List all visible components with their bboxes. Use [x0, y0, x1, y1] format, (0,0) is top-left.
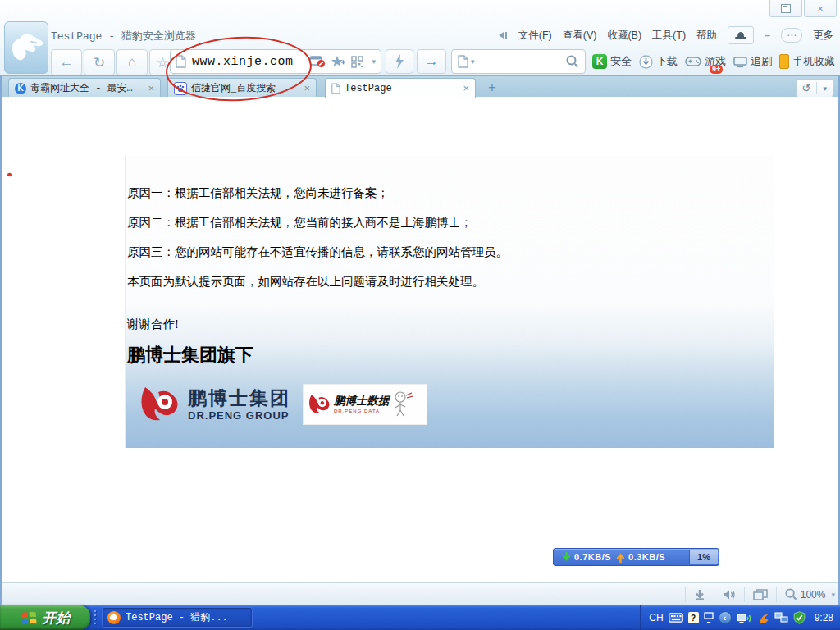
chevron-down-icon[interactable]: ▾: [471, 57, 475, 66]
speed-percent: 1%: [689, 550, 718, 564]
tab-baidu-search[interactable]: 信捷官网_百度搜索 ×: [167, 78, 317, 98]
tab-bar: K 毒霸网址大全 - 最安… × 信捷官网_百度搜索 × TestPage × …: [0, 75, 840, 97]
group-heading: 鹏博士集团旗下: [127, 343, 253, 368]
logo-group-cn: 鹏博士集团: [188, 389, 290, 408]
up-speed-icon: [616, 552, 625, 563]
home-button[interactable]: ⌂: [116, 49, 148, 75]
display-tray-icon[interactable]: [704, 612, 714, 623]
zoom-control[interactable]: 100% ▾: [785, 588, 835, 600]
liebao-browser-logo[interactable]: [4, 21, 48, 74]
taskbar-app-testpage[interactable]: TestPage - 猎豹...: [102, 607, 253, 628]
language-indicator[interactable]: CH: [649, 612, 663, 623]
address-bar[interactable]: www.xinje.com ▾: [170, 49, 381, 74]
network-signal-icon[interactable]: [737, 612, 752, 624]
thanks-line: 谢谢合作!: [127, 317, 179, 332]
system-tray: CH ? ‹: [640, 605, 840, 630]
chevron-down-icon[interactable]: ▾: [817, 84, 833, 93]
collapse-menu-icon[interactable]: [498, 30, 508, 40]
minimize-button[interactable]: –: [765, 30, 770, 41]
divider: [714, 587, 714, 602]
window-controls: ×: [768, 0, 837, 17]
drama-label: 追剧: [751, 54, 772, 69]
menu-tools[interactable]: 工具(T): [652, 29, 686, 43]
skin-button[interactable]: [728, 26, 754, 44]
forward-button[interactable]: →: [417, 49, 446, 74]
ellipsis-icon: ⋯: [787, 30, 797, 41]
add-favorite-icon[interactable]: [331, 55, 345, 68]
accelerate-button[interactable]: [386, 49, 413, 74]
divider: [744, 587, 745, 602]
phone-favorites-link[interactable]: 手机收藏: [779, 54, 835, 69]
window-title: TestPage - 猎豹安全浏览器: [51, 29, 196, 43]
tab-title: 毒霸网址大全 - 最安…: [30, 81, 133, 95]
menu-help[interactable]: 帮助: [696, 29, 717, 43]
browser-status-bar: 100% ▾: [0, 582, 840, 605]
windows-flag-icon: [21, 610, 38, 626]
menu-favorites[interactable]: 收藏(B): [607, 29, 641, 43]
menubar: 文件(F) 查看(V) 收藏(B) 工具(T) 帮助 – ⋯ 更多: [498, 26, 833, 44]
reason-line-2: 原因二：根据工信部相关法规，您当前的接入商不是上海鹏博士；: [127, 215, 472, 231]
quick-links: K 安全 下载 游戏 9+: [592, 49, 835, 74]
help-tray-icon[interactable]: ?: [688, 612, 699, 623]
menu-file[interactable]: 文件(F): [518, 29, 552, 43]
security-shield-icon[interactable]: [793, 611, 806, 624]
tab-history-controls: ↺ ▾: [796, 79, 833, 98]
more-tools-button[interactable]: ⋯: [781, 28, 802, 43]
search-icon[interactable]: [566, 55, 579, 68]
qrcode-icon[interactable]: [351, 56, 363, 68]
logo-data-en: DR.PENG DATA: [334, 409, 390, 413]
url-text[interactable]: www.xinje.com: [192, 55, 294, 69]
back-button[interactable]: ←: [51, 49, 82, 75]
close-icon: ×: [817, 2, 824, 15]
browser-chrome: × TestPage - 猎豹安全浏览器 文件(F) 查看(V) 收藏(B) 工…: [0, 0, 840, 75]
multi-window-icon[interactable]: [753, 589, 768, 600]
start-button[interactable]: 开始: [0, 605, 90, 630]
tab-close-icon[interactable]: ×: [458, 82, 469, 94]
tab-testpage[interactable]: TestPage ×: [325, 78, 476, 98]
drama-link[interactable]: 追剧: [733, 54, 772, 69]
reopen-tab-button[interactable]: ↺: [797, 82, 817, 94]
window-border-left: [0, 75, 2, 605]
download-label: 下载: [656, 54, 678, 69]
tab-title: 信捷官网_百度搜索: [191, 81, 276, 95]
reason-line-1: 原因一：根据工信部相关法规，您尚未进行备案；: [127, 185, 389, 201]
block-notice-panel: 原因一：根据工信部相关法规，您尚未进行备案； 原因二：根据工信部相关法规，您当前…: [125, 156, 774, 448]
logo-data-cn: 鹏博士数据: [334, 395, 390, 407]
start-label: 开始: [43, 609, 71, 628]
games-link[interactable]: 游戏 9+: [685, 54, 726, 69]
tab-close-icon[interactable]: ×: [143, 82, 154, 94]
taskbar-grip[interactable]: [94, 610, 97, 625]
new-tab-button[interactable]: +: [482, 79, 502, 96]
restore-button[interactable]: [769, 0, 802, 17]
more-menu[interactable]: 更多: [813, 29, 833, 43]
adblock-icon[interactable]: [309, 55, 326, 68]
page-viewport: 原因一：根据工信部相关法规，您尚未进行备案； 原因二：根据工信部相关法规，您当前…: [0, 97, 840, 582]
refresh-button[interactable]: ↻: [84, 49, 115, 75]
drpeng-data-logo: 鹏博士数据 DR.PENG DATA: [303, 384, 427, 425]
plus-icon: +: [488, 80, 495, 95]
safety-link[interactable]: K 安全: [592, 54, 632, 69]
downloader-tray-icon[interactable]: [757, 612, 769, 624]
download-link[interactable]: 下载: [639, 54, 678, 69]
divider: [685, 587, 686, 602]
down-speed-icon: [562, 552, 571, 563]
lan-tray-icon[interactable]: [774, 612, 788, 623]
hide-icons-chevron[interactable]: ‹: [719, 611, 732, 624]
tab-close-icon[interactable]: ×: [299, 82, 310, 94]
restore-icon: [781, 4, 791, 13]
tab-duba[interactable]: K 毒霸网址大全 - 最安… ×: [8, 78, 161, 98]
safety-label: 安全: [610, 54, 632, 69]
keyboard-icon[interactable]: [669, 613, 683, 623]
menu-view[interactable]: 查看(V): [563, 29, 597, 43]
chevron-down-icon: ▾: [831, 591, 835, 599]
search-box[interactable]: ▾: [451, 49, 586, 74]
close-button[interactable]: ×: [804, 0, 837, 17]
speaker-icon[interactable]: [723, 589, 736, 600]
network-speed-widget[interactable]: 0.7KB/S 0.3KB/S 1%: [553, 548, 719, 566]
phone-favorites-label: 手机收藏: [792, 54, 835, 69]
download-manager-icon[interactable]: [694, 589, 705, 600]
search-engine-icon[interactable]: [458, 55, 468, 68]
chevron-down-icon[interactable]: ▾: [372, 57, 376, 66]
desktop: × TestPage - 猎豹安全浏览器 文件(F) 查看(V) 收藏(B) 工…: [0, 0, 840, 630]
doodle-mascot-icon: [392, 390, 413, 418]
